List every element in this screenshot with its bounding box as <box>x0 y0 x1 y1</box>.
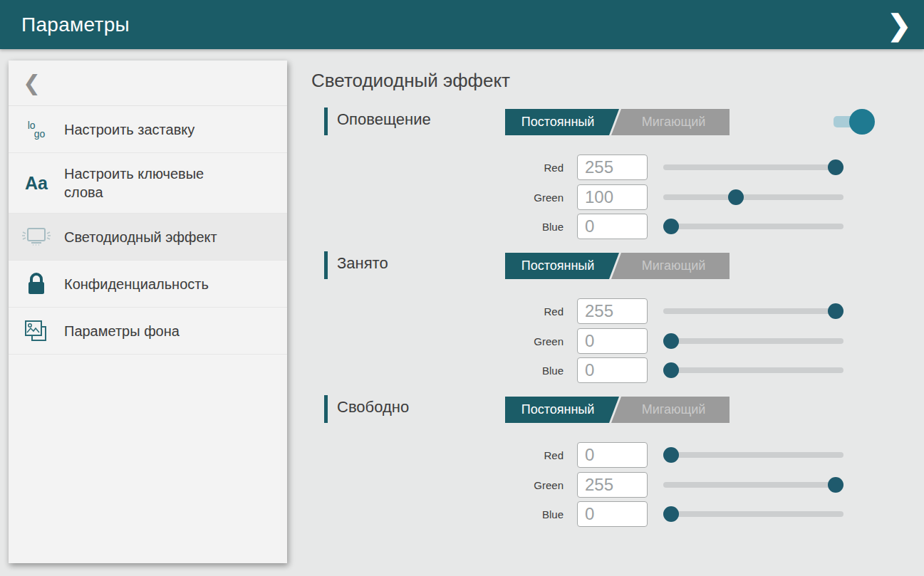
slider-thumb[interactable] <box>828 477 843 493</box>
sidebar-item-screensaver[interactable]: lo go Настроить заставку <box>9 106 287 153</box>
blue-label: Blue <box>311 221 564 233</box>
blue-slider[interactable] <box>663 219 843 234</box>
blue-value-input[interactable] <box>577 501 648 527</box>
red-label: Red <box>311 162 564 174</box>
green-channel-row: Green <box>311 471 888 498</box>
red-channel-row: Red <box>311 154 888 181</box>
green-label: Green <box>311 479 564 491</box>
back-chevron-icon: ❮ <box>23 73 41 94</box>
green-slider[interactable] <box>663 477 843 493</box>
sidebar-item-label: Настроить ключевые слова <box>64 164 232 201</box>
sidebar-item-background[interactable]: Параметры фона <box>9 308 287 355</box>
slider-thumb[interactable] <box>728 189 744 205</box>
section-accent-bar <box>324 108 328 135</box>
settings-window: Параметры ❯ ❮ lo go Настроить заставку A… <box>0 0 924 576</box>
slider-track <box>663 308 843 314</box>
section-title: Оповещение <box>337 110 431 129</box>
section-title: Занято <box>337 254 388 273</box>
toggle-thumb <box>849 109 875 135</box>
notification-toggle[interactable] <box>834 109 875 135</box>
slider-thumb[interactable] <box>663 333 679 349</box>
keywords-icon-text: Aa <box>25 173 48 194</box>
forward-chevron-icon[interactable]: ❯ <box>887 11 911 39</box>
section-accent-bar <box>324 395 328 423</box>
slider-track <box>663 224 843 229</box>
red-label: Red <box>311 305 564 318</box>
blue-label: Blue <box>311 508 564 520</box>
slider-thumb[interactable] <box>828 303 843 319</box>
section-free: Свободно Постоянный Мигающий Red Green B… <box>311 393 888 532</box>
slider-track <box>663 338 843 344</box>
slider-track <box>663 482 843 488</box>
red-value-input[interactable] <box>577 155 648 180</box>
logo-icon: lo go <box>9 121 64 138</box>
slider-track <box>663 452 843 458</box>
content-title: Светодиодный эффект <box>311 70 510 92</box>
page-title: Параметры <box>21 14 130 36</box>
green-channel-row: Green <box>311 184 888 211</box>
blue-channel-row: Blue <box>311 501 888 528</box>
logo-icon-text-bottom: go <box>34 130 46 138</box>
sidebar-item-label: Конфиденциальность <box>64 275 209 293</box>
red-slider[interactable] <box>663 303 843 319</box>
sidebar-item-privacy[interactable]: Конфиденциальность <box>9 261 287 308</box>
green-channel-row: Green <box>311 328 888 355</box>
green-value-input[interactable] <box>577 472 648 498</box>
slider-track <box>663 164 843 170</box>
red-value-input[interactable] <box>577 298 648 324</box>
privacy-lock-icon <box>9 271 64 297</box>
section-accent-bar <box>324 251 328 279</box>
blue-slider[interactable] <box>663 506 843 522</box>
mode-solid-button[interactable]: Постоянный <box>505 253 619 279</box>
blue-value-input[interactable] <box>577 357 648 383</box>
sidebar-item-led-effect[interactable]: Светодиодный эффект <box>9 214 287 261</box>
blue-value-input[interactable] <box>577 214 648 239</box>
green-label: Green <box>311 192 564 204</box>
slider-thumb[interactable] <box>663 447 679 463</box>
red-channel-row: Red <box>311 298 888 325</box>
red-label: Red <box>311 449 564 461</box>
sidebar-item-label: Настроить заставку <box>64 120 194 139</box>
slider-thumb[interactable] <box>663 362 679 378</box>
red-slider[interactable] <box>663 447 843 463</box>
red-channel-row: Red <box>311 441 888 468</box>
green-slider[interactable] <box>663 333 843 349</box>
mode-segmented-control: Постоянный Мигающий <box>505 253 730 279</box>
mode-blinking-button[interactable]: Мигающий <box>611 253 730 279</box>
slider-track <box>663 367 843 373</box>
mode-segmented-control: Постоянный Мигающий <box>505 109 730 135</box>
blue-slider[interactable] <box>663 362 843 378</box>
slider-track <box>663 511 843 517</box>
slider-thumb[interactable] <box>828 159 843 175</box>
mode-blinking-button[interactable]: Мигающий <box>611 397 730 423</box>
sidebar-item-keywords[interactable]: Aa Настроить ключевые слова <box>9 153 287 214</box>
sidebar-item-label: Параметры фона <box>64 322 180 340</box>
led-effect-icon <box>9 225 64 249</box>
header-bar: Параметры ❯ <box>0 0 924 49</box>
green-slider[interactable] <box>663 189 843 205</box>
sidebar-back-button[interactable]: ❮ <box>9 61 287 106</box>
mode-blinking-button[interactable]: Мигающий <box>611 109 730 135</box>
background-images-icon <box>9 318 64 344</box>
sidebar: ❮ lo go Настроить заставку Aa Настроить … <box>9 61 287 563</box>
red-slider[interactable] <box>663 159 843 175</box>
blue-channel-row: Blue <box>311 357 888 384</box>
green-label: Green <box>311 335 564 347</box>
slider-track <box>663 194 843 200</box>
green-value-input[interactable] <box>577 184 648 210</box>
green-value-input[interactable] <box>577 328 648 354</box>
mode-solid-button[interactable]: Постоянный <box>505 397 619 423</box>
red-value-input[interactable] <box>577 442 648 468</box>
blue-channel-row: Blue <box>311 213 888 240</box>
section-title: Свободно <box>337 398 409 417</box>
blue-label: Blue <box>311 365 564 377</box>
keywords-icon: Aa <box>9 173 64 194</box>
slider-thumb[interactable] <box>663 506 679 522</box>
mode-segmented-control: Постоянный Мигающий <box>505 397 730 423</box>
slider-thumb[interactable] <box>663 219 679 234</box>
section-notification: Оповещение Постоянный Мигающий Red Green <box>311 105 888 244</box>
section-busy: Занято Постоянный Мигающий Red Green Blu… <box>311 249 888 388</box>
mode-solid-button[interactable]: Постоянный <box>505 109 619 135</box>
sidebar-item-label: Светодиодный эффект <box>64 228 217 246</box>
